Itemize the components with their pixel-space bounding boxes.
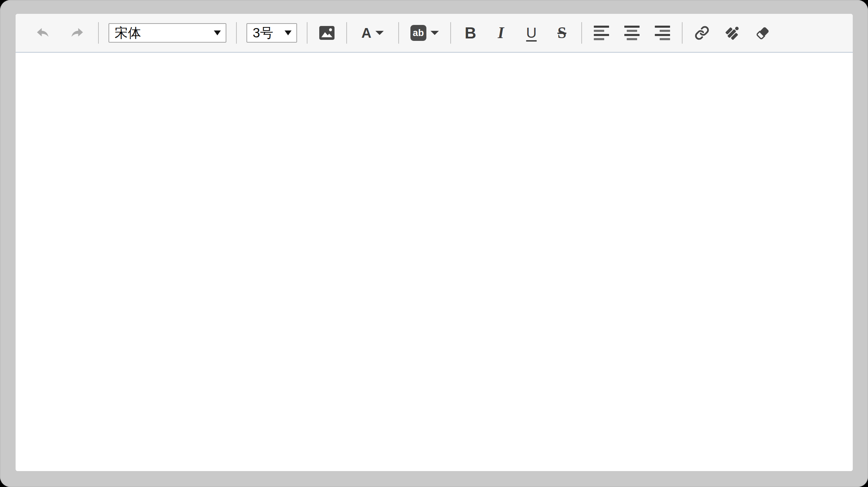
highlight-color-button[interactable]: ab — [410, 18, 439, 47]
toolbar-divider — [236, 22, 237, 44]
font-color-button[interactable]: A — [358, 18, 387, 47]
toolbar-divider — [98, 22, 99, 44]
insert-image-button[interactable] — [319, 18, 335, 47]
highlight-chip-label: ab — [413, 28, 424, 38]
toolbar-divider — [346, 22, 347, 44]
format-brush-button[interactable] — [724, 18, 741, 47]
underline-button[interactable]: U — [523, 18, 540, 47]
screenshot-stage: 宋体 3号 — [0, 0, 868, 487]
toolbar-divider — [307, 22, 307, 44]
link-icon — [694, 25, 710, 41]
highlight-chip-icon: ab — [410, 25, 426, 41]
insert-link-button[interactable] — [694, 18, 710, 47]
bold-label: B — [465, 25, 476, 41]
caret-down-icon — [375, 31, 384, 35]
caret-down-icon — [214, 30, 221, 35]
caret-down-icon — [431, 31, 439, 35]
strikethrough-button[interactable]: S — [554, 18, 570, 47]
toolbar-divider — [581, 22, 582, 44]
align-center-icon — [624, 26, 640, 40]
italic-label: I — [498, 25, 504, 41]
align-left-icon — [594, 26, 609, 40]
redo-icon — [69, 25, 85, 41]
bold-button[interactable]: B — [462, 18, 479, 47]
caret-down-icon — [285, 30, 292, 35]
rich-text-editor: 宋体 3号 — [16, 14, 853, 471]
eraser-icon — [755, 25, 771, 41]
align-right-icon — [655, 26, 670, 40]
undo-icon — [35, 25, 51, 41]
toolbar-divider — [450, 22, 451, 44]
redo-button[interactable] — [69, 18, 85, 47]
editor-toolbar: 宋体 3号 — [16, 14, 853, 53]
editor-window-frame: 宋体 3号 — [0, 0, 868, 487]
align-left-button[interactable] — [593, 18, 610, 47]
editor-content[interactable] — [16, 53, 853, 471]
font-family-value: 宋体 — [115, 26, 141, 39]
underline-label: U — [526, 26, 537, 40]
toolbar-divider — [398, 22, 399, 44]
undo-button[interactable] — [35, 18, 51, 47]
format-brush-icon — [724, 25, 741, 41]
image-icon — [319, 26, 335, 40]
font-size-value: 3号 — [253, 26, 273, 39]
align-center-button[interactable] — [624, 18, 640, 47]
toolbar-divider — [682, 22, 683, 44]
italic-button[interactable]: I — [493, 18, 509, 47]
font-family-select[interactable]: 宋体 — [108, 23, 226, 43]
font-color-letter: A — [362, 26, 372, 40]
font-size-select[interactable]: 3号 — [246, 23, 297, 43]
clear-format-button[interactable] — [755, 18, 771, 47]
strikethrough-label: S — [557, 25, 566, 41]
align-right-button[interactable] — [654, 18, 671, 47]
